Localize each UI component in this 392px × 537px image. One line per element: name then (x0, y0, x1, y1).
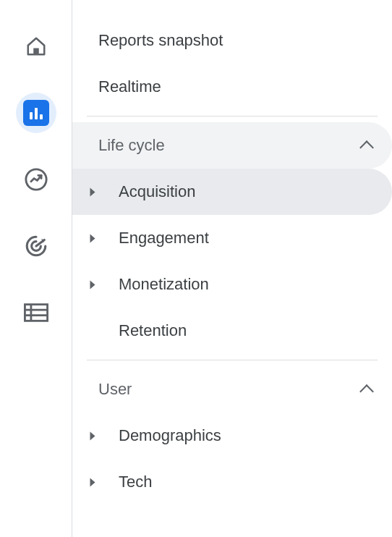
svg-rect-0 (33, 48, 39, 55)
section-label: User (98, 380, 132, 399)
nav-tech[interactable]: Tech (72, 459, 392, 505)
divider (87, 116, 378, 117)
home-icon-button[interactable] (16, 26, 56, 67)
section-label: Life cycle (98, 136, 165, 155)
configure-icon-button[interactable] (16, 292, 56, 333)
caret-right-icon (90, 234, 95, 242)
nav-item-label: Engagement (119, 229, 209, 248)
table-icon (24, 303, 48, 322)
svg-rect-2 (25, 305, 47, 321)
nav-item-label: Realtime (98, 77, 161, 96)
explore-icon-button[interactable] (16, 159, 56, 200)
nav-panel: Reports snapshot Realtime Life cycle Acq… (72, 0, 392, 537)
advertising-icon-button[interactable] (16, 226, 56, 266)
nav-reports-snapshot[interactable]: Reports snapshot (72, 17, 392, 64)
home-icon (25, 35, 47, 57)
nav-retention[interactable]: Retention (72, 308, 392, 354)
caret-right-icon (90, 431, 95, 440)
nav-demographics[interactable]: Demographics (72, 413, 392, 459)
icon-rail (0, 0, 72, 537)
target-click-icon (24, 234, 48, 258)
nav-item-label: Reports snapshot (98, 31, 223, 50)
nav-item-label: Tech (119, 473, 152, 491)
bar-chart-icon (23, 100, 49, 126)
section-header-user[interactable]: User (72, 366, 392, 413)
nav-engagement[interactable]: Engagement (72, 215, 392, 261)
divider (87, 360, 378, 360)
nav-item-label: Demographics (119, 426, 221, 445)
nav-acquisition[interactable]: Acquisition (72, 169, 392, 215)
caret-right-icon (90, 187, 95, 196)
nav-item-label: Acquisition (119, 182, 195, 201)
nav-item-label: Monetization (119, 275, 209, 294)
trend-circle-icon (24, 167, 48, 192)
chevron-up-icon (359, 140, 374, 155)
nav-realtime[interactable]: Realtime (72, 64, 392, 110)
chevron-up-icon (359, 384, 374, 399)
section-header-life-cycle[interactable]: Life cycle (72, 122, 392, 169)
caret-right-icon (90, 280, 95, 289)
nav-monetization[interactable]: Monetization (72, 261, 392, 308)
caret-right-icon (90, 478, 95, 486)
nav-item-label: Retention (119, 321, 187, 340)
reports-icon-button[interactable] (16, 93, 56, 133)
